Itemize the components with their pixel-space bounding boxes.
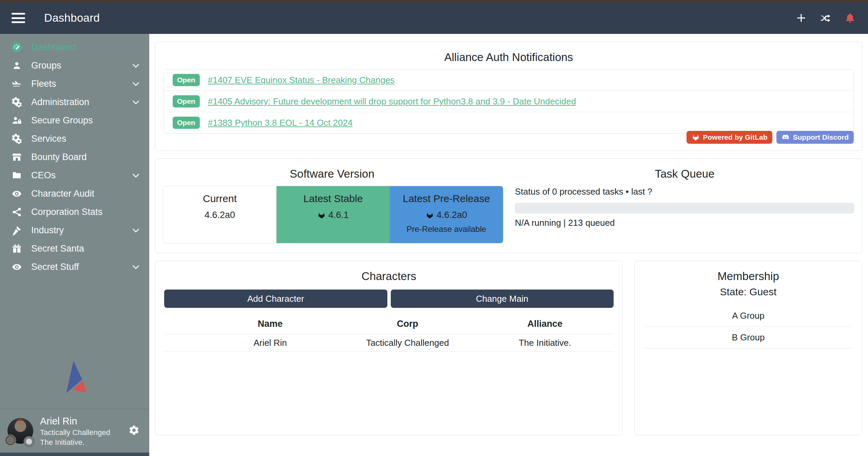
sidebar-item-ceos[interactable]: CEOs	[0, 166, 149, 184]
notifications-list: Open #1407 EVE Equinox Status - Breaking…	[163, 69, 854, 134]
status-badge: Open	[173, 117, 200, 129]
version-cell-latest-prerelease: Latest Pre-Release 4.6.2a0 Pre-Release a…	[390, 186, 503, 243]
membership-group: B Group	[643, 327, 853, 349]
column-header-name: Name	[201, 319, 339, 329]
column-header-alliance: Alliance	[476, 319, 614, 329]
sidebar-item-label: Fleets	[31, 79, 56, 89]
alliance-logo-badge	[23, 436, 35, 447]
sidebar-item-fleets[interactable]: Fleets	[0, 75, 149, 93]
version-value: 4.6.1	[328, 210, 349, 220]
sidebar-item-administration[interactable]: Administration	[0, 93, 149, 111]
version-cell-latest-stable: Latest Stable 4.6.1	[276, 186, 390, 243]
sidebar-item-secret-stuff[interactable]: Secret Stuff	[0, 258, 149, 276]
eye-icon	[9, 262, 24, 272]
status-badge: Open	[173, 95, 200, 107]
alliance-auth-notifications-card: Alliance Auth Notifications Open #1407 E…	[155, 42, 862, 151]
membership-state: State: Guest	[635, 286, 862, 298]
software-version-section: Software Version Current 4.6.2a0 Latest …	[155, 159, 509, 253]
sidebar-item-label: CEOs	[31, 170, 56, 181]
sidebar-item-label: Corporation Stats	[31, 207, 102, 217]
version-cell-current: Current 4.6.2a0	[163, 186, 276, 243]
version-label: Latest Pre-Release	[390, 193, 503, 204]
notifications-title: Alliance Auth Notifications	[155, 42, 862, 64]
version-label: Current	[163, 193, 276, 204]
sidebar-item-corporation-stats[interactable]: Corporation Stats	[0, 203, 149, 221]
sidebar-item-label: Services	[31, 134, 66, 144]
notifications-bell-icon[interactable]	[844, 12, 856, 24]
character-name: Ariel Rin	[201, 338, 339, 348]
gitlab-icon	[317, 211, 326, 219]
sidebar-item-groups[interactable]: Groups	[0, 56, 149, 75]
topbar-actions	[795, 12, 856, 24]
user-icon	[9, 60, 24, 71]
notification-row: Open #1383 Python 3.8 EOL - 14 Oct 2024	[164, 112, 853, 133]
notification-link[interactable]: #1383 Python 3.8 EOL - 14 Oct 2024	[208, 118, 353, 128]
add-character-button[interactable]: Add Character	[164, 290, 387, 308]
sidebar-nav: Dashboard Groups Fleets Administration S…	[0, 34, 149, 276]
sidebar-item-bounty-board[interactable]: Bounty Board	[0, 148, 149, 166]
sidebar-item-label: Industry	[31, 225, 64, 236]
sidebar-item-secure-groups[interactable]: Secure Groups	[0, 111, 149, 130]
shuffle-icon[interactable]	[819, 12, 832, 24]
version-value: 4.6.2a0	[437, 210, 467, 220]
chevron-down-icon	[131, 226, 140, 235]
character-alliance: The Initiative.	[476, 338, 614, 348]
characters-table-header: Name Corp Alliance	[164, 314, 614, 334]
sidebar-bottom-strip	[0, 453, 149, 456]
prerelease-note: Pre-Release available	[390, 224, 503, 234]
membership-group: A Group	[643, 305, 853, 327]
support-discord-badge[interactable]: Support Discord	[776, 131, 854, 144]
task-queue-section: Task Queue Status of 0 processed tasks •…	[509, 159, 862, 253]
powered-by-gitlab-badge[interactable]: Powered by GitLab	[687, 131, 772, 144]
user-avatar	[7, 418, 33, 444]
membership-title: Membership	[635, 261, 862, 283]
chevron-down-icon	[131, 61, 140, 70]
sidebar-item-dashboard[interactable]: Dashboard	[0, 38, 149, 56]
notification-row: Open #1405 Advisory: Future development …	[164, 91, 853, 112]
alliance-logo	[55, 356, 95, 397]
sidebar-item-character-audit[interactable]: Character Audit	[0, 184, 149, 203]
sidebar-item-industry[interactable]: Industry	[0, 221, 149, 239]
corp-logo-badge	[5, 435, 16, 446]
user-alliance: The Initiative.	[40, 437, 110, 447]
cogs-icon	[9, 134, 24, 144]
sidebar-item-secret-santa[interactable]: Secret Santa	[0, 239, 149, 258]
sidebar-item-label: Secret Stuff	[31, 262, 79, 272]
user-settings-gear-icon[interactable]	[128, 424, 140, 437]
sidebar-item-label: Secure Groups	[31, 115, 93, 126]
notification-link[interactable]: #1407 EVE Equinox Status - Breaking Chan…	[208, 75, 395, 85]
gitlab-icon	[692, 133, 700, 141]
task-queue-counts: N/A running | 213 queued	[515, 218, 854, 228]
badge-label: Powered by GitLab	[703, 133, 767, 141]
sidebar-item-label: Administration	[31, 97, 89, 107]
version-label: Latest Stable	[276, 193, 390, 204]
add-button[interactable]	[795, 12, 808, 24]
share-icon	[9, 207, 24, 217]
characters-actions: Add Character Change Main	[164, 290, 614, 308]
menu-toggle-button[interactable]	[12, 13, 25, 23]
cogs-icon	[9, 97, 24, 107]
user-panel[interactable]: Ariel Rin Tactically Challenged The Init…	[0, 409, 149, 453]
version-table: Current 4.6.2a0 Latest Stable 4.6.1 Late…	[163, 186, 503, 243]
sidebar-item-label: Dashboard	[31, 42, 76, 53]
eye-icon	[9, 189, 24, 199]
main-content: Alliance Auth Notifications Open #1407 E…	[149, 34, 868, 456]
hammer-icon	[9, 225, 24, 236]
chevron-down-icon	[131, 79, 140, 88]
task-queue-status: Status of 0 processed tasks • last ?	[515, 186, 854, 197]
character-corp: Tactically Challenged	[339, 338, 476, 348]
user-corp: Tactically Challenged	[40, 428, 110, 437]
change-main-button[interactable]: Change Main	[391, 290, 614, 308]
notification-link[interactable]: #1405 Advisory: Future development will …	[208, 96, 576, 107]
user-meta: Ariel Rin Tactically Challenged The Init…	[40, 415, 110, 447]
task-queue-title: Task Queue	[515, 159, 854, 180]
chevron-down-icon	[131, 98, 140, 107]
jet-icon	[9, 79, 24, 89]
chevron-down-icon	[131, 171, 140, 180]
top-navbar: Dashboard	[0, 2, 868, 34]
sidebar-item-services[interactable]: Services	[0, 130, 149, 148]
notification-row: Open #1407 EVE Equinox Status - Breaking…	[164, 70, 853, 91]
characters-table: Name Corp Alliance Ariel Rin Tactically …	[164, 314, 614, 352]
sidebar-item-label: Character Audit	[31, 189, 94, 199]
character-row: Ariel Rin Tactically Challenged The Init…	[164, 334, 614, 352]
